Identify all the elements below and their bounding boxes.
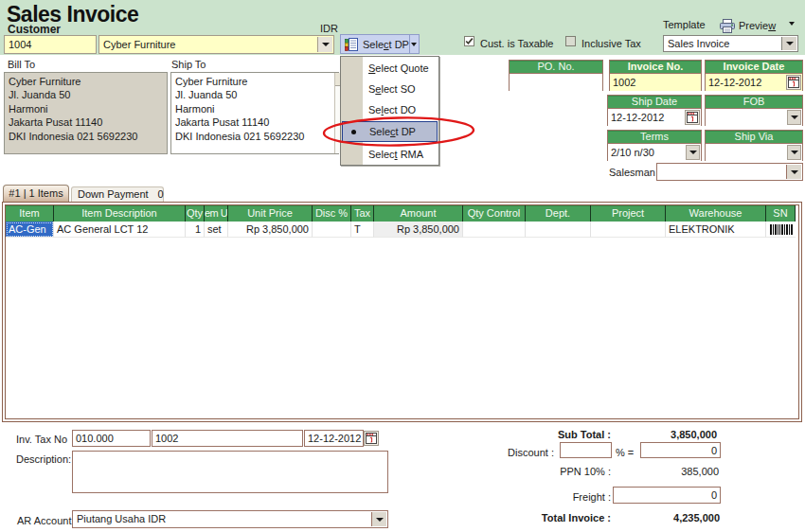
- col-header-dept[interactable]: Dept.: [526, 205, 591, 222]
- cell-qty[interactable]: 1: [186, 222, 205, 238]
- freight-input[interactable]: 0: [613, 487, 721, 504]
- ship-to-line: DKI Indonesia 021 5692230: [175, 130, 334, 143]
- select-dp-button[interactable]: Select DP: [341, 35, 409, 53]
- description-textarea[interactable]: [72, 451, 388, 493]
- invoice-date-input[interactable]: 12-12-2012: [706, 74, 802, 91]
- inv-tax-date-calendar-button[interactable]: [364, 431, 379, 446]
- col-header-unit-price[interactable]: Unit Price: [228, 205, 313, 222]
- col-header-tax[interactable]: Tax: [351, 205, 374, 222]
- bill-to-line: Harmoni: [9, 102, 163, 115]
- total-invoice-label: Total Invoice :: [474, 512, 611, 523]
- bill-to-line: Jakarta Pusat 11140: [9, 115, 163, 129]
- po-no-input[interactable]: [510, 74, 602, 91]
- printer-icon: [720, 19, 735, 33]
- fob-combobox[interactable]: [706, 109, 802, 126]
- barcode-icon: [770, 224, 793, 235]
- col-header-item-description[interactable]: Item Description: [54, 205, 186, 222]
- menu-item-select-dp[interactable]: Select DP: [342, 121, 438, 142]
- template-value: Sales Invoice: [668, 38, 729, 49]
- col-header-amount[interactable]: Amount: [374, 205, 463, 222]
- col-header-project[interactable]: Project: [591, 205, 666, 222]
- cell-sn[interactable]: [766, 222, 796, 238]
- salesman-combobox[interactable]: [656, 163, 803, 181]
- ar-account-combobox[interactable]: Piutang Usaha IDR: [72, 510, 388, 528]
- inv-tax-date-input[interactable]: 12-12-2012: [304, 430, 364, 447]
- grid-header-row: Item Item Description Qty em Ur Unit Pri…: [6, 205, 796, 222]
- template-dropdown-button[interactable]: [781, 37, 796, 50]
- terms-dropdown-button[interactable]: [686, 145, 700, 160]
- customer-name-dropdown-button[interactable]: [317, 37, 332, 52]
- col-header-sn[interactable]: SN: [766, 205, 796, 222]
- tab-down-payment-count: 0: [158, 188, 164, 200]
- cust-is-taxable-checkbox[interactable]: [464, 36, 474, 46]
- ship-date-calendar-button[interactable]: [685, 110, 700, 125]
- calendar-icon: [788, 77, 799, 88]
- bill-to-line: Cyber Furniture: [9, 75, 163, 88]
- col-header-warehouse[interactable]: Warehouse: [666, 205, 766, 222]
- fob-header: FOB: [706, 96, 802, 109]
- col-header-disc[interactable]: Disc %: [313, 205, 351, 222]
- cell-unit-price[interactable]: Rp 3,850,000: [228, 222, 313, 238]
- cell-amount[interactable]: Rp 3,850,000: [374, 222, 463, 238]
- invoice-date-value: 12-12-2012: [708, 77, 761, 88]
- inv-tax-serial-input[interactable]: 010.000: [72, 430, 151, 447]
- terms-combobox[interactable]: 2/10 n/30: [608, 144, 701, 161]
- menu-item-select-do[interactable]: Select DO: [342, 99, 438, 120]
- discount-pct-input[interactable]: [560, 442, 612, 458]
- cell-tax[interactable]: T: [351, 222, 374, 238]
- ship-date-fieldbox: Ship Date 12-12-2012: [607, 95, 702, 126]
- ship-to-address[interactable]: Cyber Furniture Jl. Juanda 50 Harmoni Ja…: [170, 72, 339, 154]
- ship-date-input[interactable]: 12-12-2012: [608, 109, 701, 126]
- ar-account-dropdown-button[interactable]: [371, 512, 386, 526]
- cell-warehouse[interactable]: ELEKTRONIK: [666, 222, 766, 238]
- invoice-no-fieldbox: Invoice No. 1002: [609, 60, 702, 91]
- cell-item[interactable]: AC-Gen: [6, 222, 54, 238]
- invoice-date-fieldbox: Invoice Date 12-12-2012: [705, 60, 803, 91]
- salesman-dropdown-button[interactable]: [786, 165, 801, 179]
- inclusive-tax-checkbox[interactable]: [565, 36, 576, 46]
- fob-fieldbox: FOB: [705, 95, 803, 126]
- cell-unit[interactable]: set: [205, 222, 228, 238]
- col-header-qty[interactable]: Qty: [186, 205, 205, 222]
- po-no-header: PO. No.: [510, 61, 602, 74]
- fob-dropdown-button[interactable]: [787, 110, 801, 125]
- ship-to-line: Jakarta Pusat 11140: [175, 115, 334, 129]
- terms-fieldbox: Terms 2/10 n/30: [607, 130, 702, 161]
- select-dp-dropdown-button[interactable]: [409, 35, 419, 53]
- menu-item-select-rma[interactable]: Select RMA: [342, 144, 438, 165]
- ship-via-fieldbox: Ship Via: [705, 130, 803, 161]
- select-dp-splitbutton[interactable]: Select DP: [340, 34, 420, 54]
- ship-date-header: Ship Date: [608, 96, 701, 109]
- cell-disc[interactable]: [313, 222, 351, 238]
- menu-item-select-quote[interactable]: Select Quote: [342, 58, 438, 79]
- customer-code-input[interactable]: 1004: [4, 35, 97, 54]
- select-dp-button-label: Select DP: [363, 39, 409, 50]
- discount-amount-input[interactable]: 0: [640, 442, 721, 458]
- tab-down-payment-label: Down Payment: [78, 188, 149, 200]
- bill-to-address[interactable]: Cyber Furniture Jl. Juanda 50 Harmoni Ja…: [4, 72, 168, 154]
- ship-via-combobox[interactable]: [706, 144, 802, 161]
- cell-project[interactable]: [591, 222, 666, 238]
- invoice-date-calendar-button[interactable]: [786, 75, 801, 90]
- tab-down-payment[interactable]: Down Payment0: [71, 186, 164, 202]
- menu-item-select-so[interactable]: Select SO: [342, 79, 438, 99]
- col-header-item[interactable]: Item: [6, 205, 54, 222]
- col-header-qty-control[interactable]: Qty Control: [463, 205, 526, 222]
- tab-items[interactable]: #1 | 1 Items: [3, 185, 69, 202]
- inv-tax-number-input[interactable]: 1002: [152, 430, 303, 447]
- col-header-item-unit[interactable]: em Ur: [205, 205, 228, 222]
- cell-qty-control[interactable]: [463, 222, 526, 238]
- grid-row-1: AC-Gen AC General LCT 12 1 set Rp 3,850,…: [6, 222, 796, 238]
- customer-name-combobox[interactable]: Cyber Furniture: [98, 35, 334, 54]
- preview-button[interactable]: Preview: [720, 16, 776, 35]
- invoice-no-input[interactable]: 1002: [610, 74, 701, 91]
- customer-name-value: Cyber Furniture: [103, 39, 175, 50]
- bill-to-line: DKI Indonesia 021 5692230: [9, 130, 163, 143]
- cell-description[interactable]: AC General LCT 12: [54, 222, 186, 238]
- template-label: Template: [663, 19, 706, 30]
- sub-total-label: Sub Total :: [474, 429, 611, 440]
- ship-date-value: 12-12-2012: [611, 112, 664, 123]
- ship-via-dropdown-button[interactable]: [787, 145, 801, 160]
- cell-dept[interactable]: [526, 222, 591, 238]
- template-combobox[interactable]: Sales Invoice: [663, 35, 798, 52]
